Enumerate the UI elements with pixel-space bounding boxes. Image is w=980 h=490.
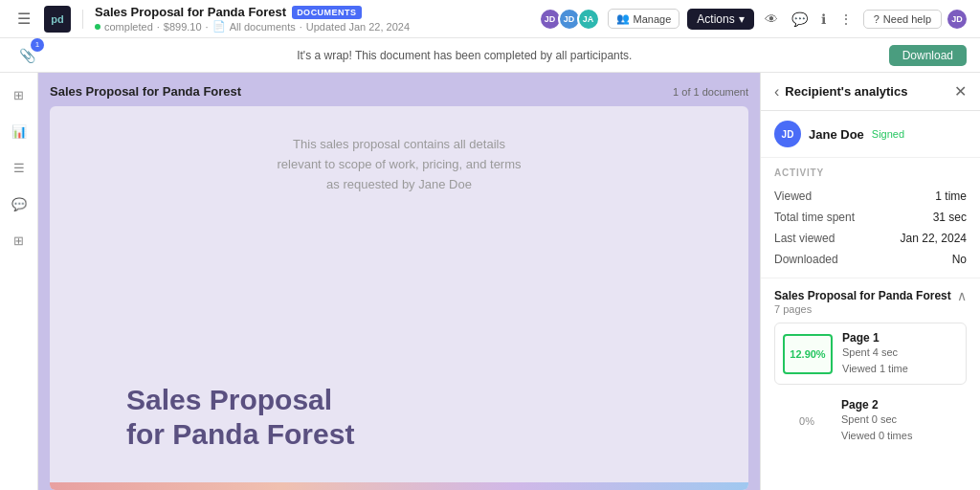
page-2-spent: Spent 0 sec	[841, 412, 912, 428]
recipient-avatar: JD	[774, 121, 801, 147]
actions-label: Actions	[697, 12, 734, 26]
activity-time-spent: Total time spent 31 sec	[774, 207, 967, 228]
topbar-meta: completed · $899.10 · 📄 All documents · …	[95, 20, 531, 33]
main-area: ⊞ 📊 ☰ 💬 ⊞ Sales Proposal for Panda Fores…	[0, 73, 980, 490]
doc-analytics-pages: 7 pages	[774, 303, 967, 315]
doc-image-bar	[50, 482, 748, 490]
doc-name: Sales Proposal for Panda Forest	[50, 84, 241, 99]
panel-header: ‹ Recipient's analytics ✕	[761, 73, 980, 111]
hamburger-button[interactable]: ☰	[11, 8, 36, 30]
page-1-spent: Spent 4 sec	[842, 345, 908, 361]
collapse-button[interactable]: ∧	[957, 288, 967, 303]
chevron-down-icon: ▾	[739, 12, 745, 26]
doc-big-title: Sales Proposal for Panda Forest	[88, 383, 392, 452]
doc-preview-content: This sales proposal contains all details…	[50, 106, 748, 252]
sidebar-analytics-icon[interactable]: 📊	[7, 119, 32, 144]
sidebar-list-icon[interactable]: ☰	[7, 155, 32, 180]
page-2-name: Page 2	[841, 398, 912, 412]
page-1-viewed: Viewed 1 time	[842, 361, 908, 377]
status-dot	[95, 24, 100, 30]
topbar-right: JD JD JA 👥 Manage Actions ▾ 👁 💬 ℹ ⋮ ? Ne…	[539, 8, 969, 31]
avatar-group: JD JD JA	[539, 8, 600, 31]
doc-header: Sales Proposal for Panda Forest 1 of 1 d…	[50, 84, 748, 99]
page-2-card: 0% Page 2 Spent 0 sec Viewed 0 times	[774, 392, 967, 449]
page-2-info: Page 2 Spent 0 sec Viewed 0 times	[841, 398, 912, 443]
panel-back-button[interactable]: ‹	[774, 83, 779, 100]
recipient-name: Jane Doe	[809, 127, 864, 142]
question-icon: ?	[874, 13, 880, 25]
actions-button[interactable]: Actions ▾	[687, 9, 753, 30]
eye-button[interactable]: 👁	[762, 9, 781, 30]
updated-text: Updated Jan 22, 2024	[306, 21, 410, 33]
subbar: 📎 1 It's a wrap! This document has been …	[0, 38, 980, 73]
signed-badge: Signed	[872, 128, 904, 140]
price-text: $899.10	[164, 21, 202, 33]
document-area: Sales Proposal for Panda Forest 1 of 1 d…	[38, 73, 760, 490]
page-2-viewed: Viewed 0 times	[841, 428, 912, 444]
sidebar-comment-icon[interactable]: 💬	[7, 191, 32, 216]
topbar-left: Sales Proposal for Panda Forest DOCUMENT…	[95, 5, 531, 33]
doc-page-info: 1 of 1 document	[673, 86, 748, 98]
panel-close-button[interactable]: ✕	[954, 82, 967, 100]
activity-last-viewed: Last viewed Jan 22, 2024	[774, 228, 967, 249]
activity-downloaded: Downloaded No	[774, 249, 967, 270]
manage-button[interactable]: 👥 Manage	[608, 9, 680, 29]
activity-label: ACTIVITY	[774, 167, 967, 178]
left-sidebar: ⊞ 📊 ☰ 💬 ⊞	[0, 73, 38, 490]
doc-type-badge: DOCUMENTS	[292, 6, 362, 19]
app-logo: pd	[44, 6, 71, 33]
doc-analytics-title: Sales Proposal for Panda Forest	[774, 289, 951, 302]
doc-preview-description: This sales proposal contains all details…	[275, 135, 523, 194]
recipient-row: JD Jane Doe Signed	[761, 111, 980, 158]
sidebar-grid-icon[interactable]: ⊞	[7, 228, 32, 253]
page-1-card: 12.90% Page 1 Spent 4 sec Viewed 1 time	[774, 323, 967, 385]
attachment-badge: 1	[31, 38, 44, 52]
doc-preview: This sales proposal contains all details…	[50, 106, 748, 490]
status-text: completed	[104, 21, 153, 33]
doc-analytics-section: Sales Proposal for Panda Forest ∧ 7 page…	[761, 278, 980, 449]
activity-section: ACTIVITY Viewed 1 time Total time spent …	[761, 158, 980, 270]
avatar-ja: JA	[577, 8, 600, 31]
all-documents-link[interactable]: All documents	[230, 21, 296, 33]
attachment-icon[interactable]: 📎 1	[13, 42, 40, 69]
completion-message: It's a wrap! This document has been comp…	[52, 49, 878, 62]
document-title: Sales Proposal for Panda Forest	[95, 5, 286, 19]
info-button[interactable]: ℹ	[818, 9, 829, 30]
more-button[interactable]: ⋮	[836, 9, 856, 30]
page-2-thumbnail: 0%	[782, 401, 832, 441]
right-panel: ‹ Recipient's analytics ✕ JD Jane Doe Si…	[760, 73, 980, 490]
need-help-button[interactable]: ? Need help	[863, 10, 942, 29]
activity-viewed: Viewed 1 time	[774, 186, 967, 207]
page-1-name: Page 1	[842, 331, 908, 345]
folder-icon: 📄	[212, 20, 226, 33]
sidebar-pages-icon[interactable]: ⊞	[7, 82, 32, 107]
page-1-info: Page 1 Spent 4 sec Viewed 1 time	[842, 331, 908, 376]
download-button[interactable]: Download	[889, 45, 967, 66]
topbar-divider	[82, 10, 83, 29]
avatar-user: JD	[946, 8, 969, 31]
chat-button[interactable]: 💬	[789, 9, 811, 30]
panel-title: Recipient's analytics	[785, 84, 954, 99]
topbar: ☰ pd Sales Proposal for Panda Forest DOC…	[0, 0, 980, 38]
people-icon: 👥	[616, 12, 630, 25]
page-1-thumbnail: 12.90%	[783, 334, 833, 374]
